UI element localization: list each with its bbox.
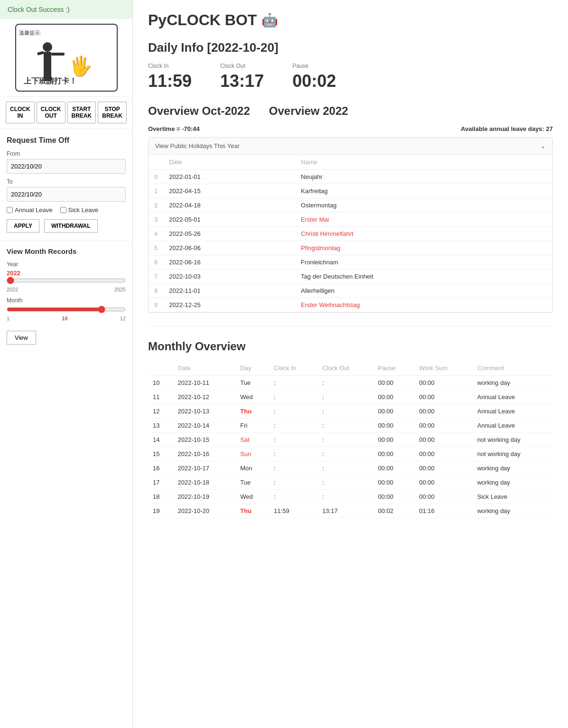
monthly-row: 16 2022-10-17 Mon : : 00:00 00:00 workin… (148, 461, 553, 476)
to-input[interactable] (7, 187, 126, 202)
monthly-clockout: : (317, 490, 373, 504)
monthly-date: 2022-10-15 (173, 433, 236, 447)
holiday-name: Erster Mai (295, 213, 552, 227)
clock-out-label: Clock Out (220, 63, 264, 69)
monthly-day: Sun (235, 447, 269, 461)
monthly-pause: 00:00 (373, 476, 415, 490)
monthly-date: 2022-10-13 (173, 404, 236, 419)
holiday-date: 2022-11-01 (163, 284, 295, 298)
monthly-row: 17 2022-10-18 Tue : : 00:00 00:00 workin… (148, 476, 553, 490)
holiday-date: 2022-10-03 (163, 270, 295, 284)
figure-svg: 🖐 上下班請打卡！ (19, 38, 114, 86)
holiday-row: 4 2022-05-26 Christi Himmelfahrt (149, 227, 552, 241)
monthly-comment: Annual Leave (473, 419, 553, 433)
holiday-row: 0 2022-01-01 Neujahr (149, 170, 552, 184)
holidays-header-row: Date Name (149, 155, 552, 170)
holiday-idx: 3 (149, 213, 163, 227)
holidays-header-text: View Public Holidays This Year (155, 142, 240, 149)
monthly-row: 15 2022-10-16 Sun : : 00:00 00:00 not wo… (148, 447, 553, 461)
start-break-button[interactable]: STARTBREAK (67, 102, 96, 123)
monthly-day: Thu (235, 404, 269, 419)
monthly-comment: working day (473, 504, 553, 518)
holiday-idx: 0 (149, 170, 163, 184)
from-input[interactable] (7, 159, 126, 174)
sick-leave-checkbox[interactable] (60, 207, 66, 213)
holiday-name: Erster Weihnachtstag (295, 298, 552, 312)
monthly-clockout: : (317, 447, 373, 461)
year-label: Year (7, 261, 126, 268)
pause-stat: Pause 00:02 (292, 63, 336, 91)
monthly-day: Wed (235, 490, 269, 504)
view-button[interactable]: View (7, 331, 36, 345)
holiday-row: 8 2022-11-01 Allerhelligen (149, 284, 552, 298)
right-panel: PyCLOCK BOT 🤖 Daily Info [2022-10-20] Cl… (133, 0, 568, 728)
app-title-text: PyCLOCK BOT (148, 11, 257, 29)
sick-leave-checkbox-label[interactable]: Sick Leave (60, 206, 99, 214)
monthly-worksum: 00:00 (414, 476, 473, 490)
holidays-table: Date Name 0 2022-01-01 Neujahr 1 2022-04… (149, 155, 552, 312)
success-banner: Clock Out Success :) (0, 0, 132, 19)
monthly-day: Wed (235, 390, 269, 404)
request-buttons-row: APPLY WITHDRAWAL (7, 219, 126, 233)
monthly-clockin: : (269, 390, 317, 404)
apply-button[interactable]: APPLY (7, 219, 39, 233)
col-day-header: Day (235, 361, 269, 376)
svg-text:🖐: 🖐 (69, 55, 93, 77)
monthly-clockin: 11:59 (269, 504, 317, 518)
monthly-clockout: : (317, 476, 373, 490)
withdrawal-button[interactable]: WITHDRAWAL (44, 219, 98, 233)
monthly-idx: 16 (148, 461, 173, 476)
monthly-date: 2022-10-14 (173, 419, 236, 433)
clock-in-button[interactable]: CLOCKIN (6, 102, 35, 123)
monthly-date: 2022-10-18 (173, 476, 236, 490)
request-time-off-section: Request Time Off From To Annual Leave Si… (0, 129, 132, 241)
monthly-pause: 00:00 (373, 390, 415, 404)
year-slider[interactable] (7, 277, 126, 284)
holiday-row: 6 2022-06-16 Fronleichnam (149, 255, 552, 270)
monthly-clockin: : (269, 447, 317, 461)
monthly-clockin: : (269, 376, 317, 390)
monthly-worksum: 01:16 (414, 504, 473, 518)
holiday-name: Karfreitag (295, 184, 552, 198)
clock-out-value: 13:17 (220, 71, 264, 91)
holiday-idx: 5 (149, 241, 163, 255)
holidays-header: View Public Holidays This Year ⌄ (149, 138, 552, 155)
svg-point-0 (43, 42, 52, 52)
holiday-row: 5 2022-06-06 Pfingstmontag (149, 241, 552, 255)
holiday-idx: 9 (149, 298, 163, 312)
monthly-clockout: : (317, 461, 373, 476)
success-text: Clock Out Success :) (8, 6, 70, 13)
col-idx (149, 155, 163, 170)
monthly-comment: Sick Leave (473, 490, 553, 504)
holiday-idx: 1 (149, 184, 163, 198)
clock-out-stat: Clock Out 13:17 (220, 63, 264, 91)
year-max: 2025 (114, 287, 126, 292)
to-label: To (7, 178, 126, 185)
holiday-row: 7 2022-10-03 Tag der Deutschen Einheit (149, 270, 552, 284)
clock-in-stat: Clock In 11:59 (148, 63, 192, 91)
annual-leave-checkbox-label[interactable]: Annual Leave (7, 206, 53, 214)
annual-leave-checkbox[interactable] (7, 207, 13, 213)
monthly-worksum: 00:00 (414, 419, 473, 433)
month-slider[interactable] (7, 306, 126, 313)
holiday-date: 2022-04-18 (163, 198, 295, 213)
monthly-worksum: 00:00 (414, 404, 473, 419)
monthly-pause: 00:00 (373, 490, 415, 504)
monthly-date: 2022-10-17 (173, 461, 236, 476)
request-time-off-title: Request Time Off (7, 136, 126, 145)
col-clockout-header: Clock Out (317, 361, 373, 376)
monthly-worksum: 00:00 (414, 376, 473, 390)
overview-year-block: Overview 2022 (269, 104, 348, 118)
clock-out-button[interactable]: CLOCKOUT (37, 102, 65, 123)
monthly-row: 14 2022-10-15 Sat : : 00:00 00:00 not wo… (148, 433, 553, 447)
svg-rect-1 (44, 52, 51, 71)
monthly-day: Sat (235, 433, 269, 447)
stop-break-button[interactable]: STOPBREAK (98, 102, 127, 123)
col-idx-header (148, 361, 173, 376)
monthly-tbody: 10 2022-10-11 Tue : : 00:00 00:00 workin… (148, 376, 553, 518)
monthly-idx: 11 (148, 390, 173, 404)
annual-leave-label: Annual Leave (15, 206, 53, 214)
holidays-tbody: 0 2022-01-01 Neujahr 1 2022-04-15 Karfre… (149, 170, 552, 312)
monthly-idx: 15 (148, 447, 173, 461)
holiday-row: 3 2022-05-01 Erster Mai (149, 213, 552, 227)
